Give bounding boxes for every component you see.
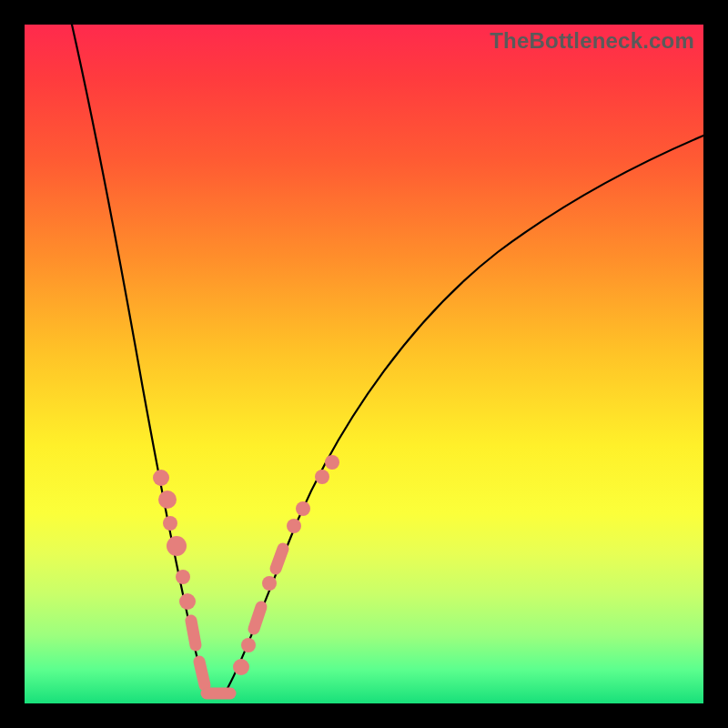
bottleneck-curve <box>72 25 703 698</box>
marker-lozenge <box>254 607 261 629</box>
marker-dot <box>296 501 310 516</box>
marker-lozenge <box>199 662 205 685</box>
marker-dot <box>153 470 169 486</box>
marker-dot <box>176 570 190 584</box>
marker-dot <box>325 455 339 470</box>
marker-lozenge <box>276 549 283 569</box>
marker-dot <box>315 470 329 484</box>
marker-dot <box>158 490 177 509</box>
marker-dot <box>233 659 249 675</box>
bottleneck-svg <box>25 25 703 703</box>
marker-dot <box>241 638 256 652</box>
marker-dot <box>167 536 187 556</box>
marker-dot <box>163 516 177 531</box>
plot-area: TheBottleneck.com <box>25 25 703 703</box>
marker-dot <box>262 576 277 591</box>
marker-dot <box>179 593 196 610</box>
marker-dot <box>287 519 301 533</box>
marker-lozenge <box>191 621 196 645</box>
chart-frame: TheBottleneck.com <box>0 0 728 728</box>
